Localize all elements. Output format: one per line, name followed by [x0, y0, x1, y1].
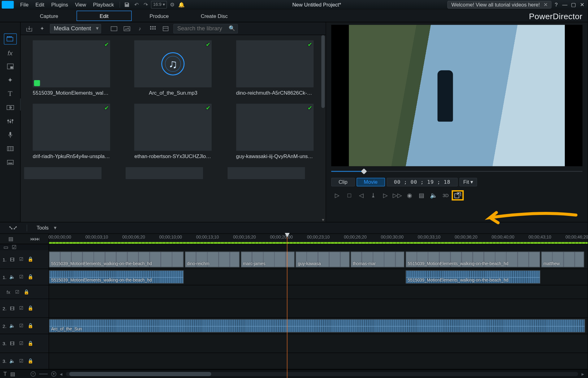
menu-file[interactable]: File: [17, 1, 32, 8]
preview-timecode[interactable]: 00 ; 00 ; 19 ; 18: [387, 178, 458, 187]
timeline-display-icon[interactable]: ▭: [3, 244, 8, 250]
timeline-clip[interactable]: guy-kawasa: [296, 251, 349, 267]
timeline-clip[interactable]: 5515039_MotionElements_walking-on-the-be…: [49, 270, 184, 284]
track-lock-icon[interactable]: 🔒: [27, 341, 34, 346]
tab-capture[interactable]: Capture: [22, 11, 77, 21]
tools-menu[interactable]: Tools: [33, 223, 60, 233]
library-item[interactable]: ✔drif-riadh-YpkuRn54y4w-unsplash.jpg: [24, 104, 119, 159]
view-grid-icon[interactable]: [148, 24, 158, 33]
scroll-down-icon[interactable]: ▼: [321, 218, 325, 222]
undo-icon[interactable]: ↶: [132, 1, 141, 8]
transition-room-icon[interactable]: [4, 102, 17, 113]
stop-icon[interactable]: □: [343, 190, 355, 200]
scrollbar-thumb[interactable]: [321, 35, 325, 108]
zoom-out-icon[interactable]: −: [31, 371, 36, 376]
timeline-clip[interactable]: Arc_of_the_Sun: [49, 319, 585, 333]
zoom-in-icon[interactable]: +: [51, 371, 56, 376]
preview-mode-clip[interactable]: Clip: [331, 178, 355, 187]
track-visible-icon[interactable]: ☑: [18, 274, 25, 280]
track-lock-icon[interactable]: 🔒: [27, 274, 34, 280]
undock-preview-icon[interactable]: [452, 190, 464, 200]
track-lock-icon[interactable]: 🔒: [27, 358, 34, 364]
split-clip-icon[interactable]: ⤡⤢: [5, 223, 21, 233]
search-icon[interactable]: 🔍: [229, 25, 235, 31]
timeline-hscroll[interactable]: [66, 372, 578, 376]
scroll-left-icon[interactable]: ◂: [60, 371, 62, 377]
timeline-clip[interactable]: 5515039_MotionElements_walking-on-the-be…: [406, 251, 540, 267]
library-scrollbar[interactable]: ▲ ▼: [321, 35, 325, 222]
redo-icon[interactable]: ↷: [141, 1, 150, 8]
pip-room-icon[interactable]: [4, 61, 17, 72]
tab-create-disc[interactable]: Create Disc: [187, 11, 242, 21]
timeline-clip[interactable]: 5515039_MotionElements_walking-on-the-be…: [49, 251, 184, 267]
save-icon[interactable]: [123, 1, 131, 8]
library-item[interactable]: ✔5515039_MotionElements_walking-…: [24, 40, 119, 96]
timeline-clip[interactable]: matthew: [541, 251, 584, 267]
library-search-input[interactable]: [173, 24, 238, 33]
next-frame-icon[interactable]: ▷: [379, 190, 391, 200]
maximize-icon[interactable]: ▢: [569, 2, 577, 7]
timeline-ruler[interactable]: ▤ ⏮⏭ 00;00;00;0000;00;03;1000;00;06;2000…: [0, 234, 588, 244]
timeline-clip[interactable]: 5515039_MotionElements_walking-on-the-be…: [406, 270, 540, 284]
welcome-banner[interactable]: Welcome! View all tutorial videos here! …: [447, 1, 551, 8]
preview-fit-select[interactable]: Fit ▾: [460, 178, 477, 187]
track-lock-icon[interactable]: 🔒: [27, 257, 34, 262]
filter-image-icon[interactable]: [122, 24, 132, 33]
tab-produce[interactable]: Produce: [132, 11, 187, 21]
preview-mode-movie[interactable]: Movie: [357, 178, 385, 187]
aspect-ratio-button[interactable]: 16:9 ▾: [151, 1, 167, 8]
library-item[interactable]: ✔guy-kawasaki-iij-QvyRAnM-unsplas…: [227, 104, 322, 159]
track-visible-icon[interactable]: ☑: [18, 358, 25, 364]
track-visible-icon[interactable]: ☑: [18, 306, 25, 311]
import-icon[interactable]: [24, 24, 34, 33]
menu-playback[interactable]: Playback: [90, 1, 117, 8]
track-lane[interactable]: 5515039_MotionElements_walking-on-the-be…: [49, 250, 587, 269]
filter-video-icon[interactable]: [109, 24, 119, 33]
track-visible-icon[interactable]: ☑: [18, 341, 25, 346]
library-item[interactable]: ✔ethan-robertson-SYx3UCHZJlo-uns…: [126, 104, 220, 159]
help-icon[interactable]: ?: [552, 2, 560, 7]
play-icon[interactable]: ▷: [331, 190, 343, 200]
3d-icon[interactable]: 3D: [440, 190, 452, 200]
library-item[interactable]: [227, 167, 322, 179]
track-lane[interactable]: [49, 334, 587, 353]
track-lock-icon[interactable]: 🔒: [27, 323, 34, 329]
plugins-toolbar-icon[interactable]: ✦: [37, 24, 47, 33]
view-misc-icon[interactable]: [160, 24, 171, 33]
menu-plugins[interactable]: Plugins: [48, 1, 71, 8]
preview-viewport[interactable]: [331, 25, 582, 166]
track-visible-icon[interactable]: ☑: [14, 289, 21, 295]
track-lane[interactable]: [49, 353, 587, 369]
prev-frame-icon[interactable]: ◁: [355, 190, 367, 200]
seek-bar[interactable]: [331, 168, 582, 175]
step-back-icon[interactable]: ⤓: [367, 190, 379, 200]
chapter-room-icon[interactable]: [4, 143, 17, 154]
track-lane[interactable]: [49, 285, 587, 299]
track-lane[interactable]: [49, 299, 587, 318]
menu-view[interactable]: View: [72, 1, 89, 8]
track-lane[interactable]: Arc_of_the_Sun: [49, 318, 587, 334]
timeline-clip[interactable]: thomas-mar: [351, 251, 404, 267]
track-manager-icon[interactable]: ▤: [8, 236, 13, 242]
goto-start-icon[interactable]: ⏮⏭: [30, 236, 40, 242]
filter-audio-icon[interactable]: ♪: [135, 24, 145, 33]
volume-icon[interactable]: 🔈: [428, 190, 440, 200]
library-item[interactable]: ✔dino-reichmuth-A5rCN8626Ck-uns…: [227, 40, 322, 96]
library-item[interactable]: [24, 167, 119, 179]
library-item[interactable]: ✔♫Arc_of_the_Sun.mp3: [126, 40, 220, 96]
track-lock-icon[interactable]: 🔒: [27, 306, 34, 311]
snapshot-icon[interactable]: ◉: [404, 190, 416, 200]
fast-forward-icon[interactable]: ▷▷: [391, 190, 404, 200]
tab-edit[interactable]: Edit: [76, 11, 132, 21]
add-track-icon[interactable]: T: [3, 371, 7, 377]
subtitle-room-icon[interactable]: [4, 157, 17, 168]
quality-icon[interactable]: ▤: [416, 190, 428, 200]
menu-edit[interactable]: Edit: [32, 1, 47, 8]
audio-mixing-icon[interactable]: [4, 116, 17, 127]
media-room-icon[interactable]: [4, 33, 17, 45]
timeline-check-icon[interactable]: ☑: [12, 244, 16, 250]
notifications-icon[interactable]: 🔔: [177, 1, 186, 8]
minimize-icon[interactable]: —: [561, 2, 569, 7]
track-lane[interactable]: 5515039_MotionElements_walking-on-the-be…: [49, 269, 587, 285]
voiceover-icon[interactable]: [4, 129, 17, 140]
